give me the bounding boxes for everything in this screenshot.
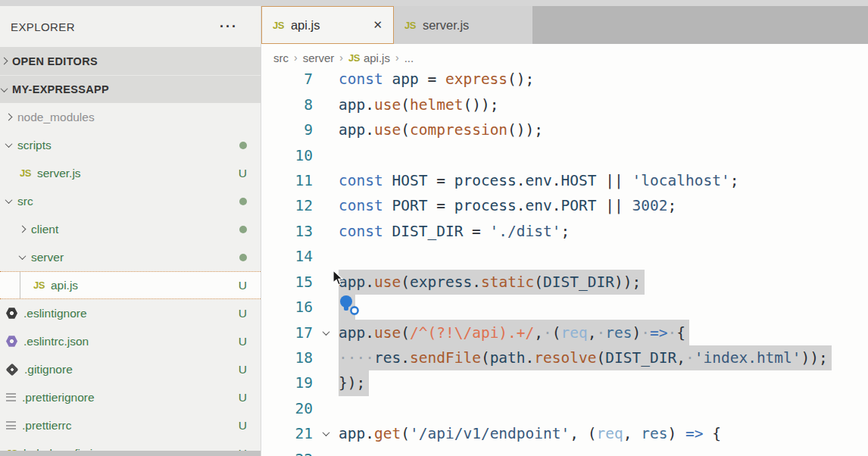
code-text[interactable]: ····res.sendFile(path.resolve(DIST_DIR,·…: [339, 345, 832, 370]
token: env: [526, 197, 552, 214]
line-number[interactable]: 15: [261, 270, 313, 295]
line-number[interactable]: 13: [261, 219, 313, 244]
line-number[interactable]: 18: [261, 345, 313, 370]
token: , (: [570, 425, 596, 442]
code-text[interactable]: const DIST_DIR = './dist';: [339, 219, 570, 244]
code-text[interactable]: app.get('/api/v1/endpoint', (req, res) =…: [339, 421, 721, 446]
code-editor[interactable]: 7const app = express();8app.use(helmet()…: [261, 71, 868, 456]
token: ();: [507, 71, 534, 88]
code-line-13: 13const DIST_DIR = './dist';: [261, 219, 868, 244]
tree-item-.gitignore[interactable]: .gitignoreU: [0, 355, 261, 383]
line-number[interactable]: 11: [261, 168, 313, 193]
token: sendFile: [410, 349, 481, 367]
file-tree: node_modulesscriptsJSserver.jsUsrcclient…: [0, 103, 261, 456]
token: .: [365, 96, 374, 114]
token: path: [490, 349, 526, 367]
code-text[interactable]: const app = express();: [339, 71, 534, 92]
tree-item-scripts[interactable]: scripts: [0, 131, 261, 159]
line-number[interactable]: 20: [261, 396, 313, 421]
sidebar-section-my-expressapp[interactable]: MY-EXPRESSAPP: [0, 75, 261, 103]
line-number[interactable]: 16: [261, 295, 313, 320]
tree-item-label: .gitignore: [24, 363, 73, 376]
tree-item-server[interactable]: server: [0, 243, 261, 271]
explorer-more-actions-icon[interactable]: ···: [220, 23, 238, 30]
sidebar-bottom-scrollbar[interactable]: [0, 451, 261, 456]
tree-item-.eslintignore[interactable]: .eslintignoreU: [0, 299, 261, 327]
fold-chevron[interactable]: [313, 421, 339, 446]
tree-item-client[interactable]: client: [0, 215, 261, 243]
breadcrumb-item-api.js[interactable]: JSapi.js: [348, 52, 390, 64]
code-text[interactable]: const PORT = process.env.PORT || 3002;: [339, 193, 676, 218]
prettier-icon: [6, 421, 16, 429]
line-number[interactable]: 12: [261, 193, 313, 218]
tree-item-.eslintrc.json[interactable]: .eslintrc.jsonU: [0, 327, 261, 355]
token: const: [339, 71, 383, 88]
untracked-badge: U: [239, 391, 247, 404]
tree-item-api.js[interactable]: JSapi.jsU: [0, 271, 261, 299]
tab-server.js[interactable]: JSserver.js: [394, 6, 532, 44]
breadcrumb-item-src[interactable]: src: [273, 52, 289, 64]
sidebar-section-open-editors[interactable]: OPEN EDITORS: [0, 47, 261, 75]
prettier-icon: [6, 393, 16, 401]
token: compression: [410, 121, 507, 139]
token: [383, 197, 392, 214]
section-label: OPEN EDITORS: [12, 55, 98, 67]
token: ····: [339, 349, 374, 367]
tab-api.js[interactable]: JSapi.js✕: [261, 6, 394, 44]
tree-item-.prettierignore[interactable]: .prettierignoreU: [0, 383, 261, 411]
line-number[interactable]: 8: [261, 92, 313, 117]
code-text[interactable]: const HOST = process.env.HOST || 'localh…: [339, 168, 738, 193]
token: (: [401, 425, 410, 442]
line-number[interactable]: 22: [261, 447, 313, 456]
tab-close-icon[interactable]: ✕: [373, 18, 382, 32]
vscode-window: EXPLORER ··· OPEN EDITORSMY-EXPRESSAPP n…: [0, 0, 868, 456]
token: ;: [561, 223, 570, 240]
token: ·: [668, 324, 677, 342]
token: ·: [685, 349, 695, 367]
untracked-badge: U: [239, 307, 247, 320]
token: ): [632, 324, 642, 342]
line-number[interactable]: 14: [261, 244, 313, 269]
token: .: [365, 425, 374, 442]
code-text[interactable]: app.use(helmet());: [339, 92, 498, 117]
breadcrumb-item-...[interactable]: ...: [404, 52, 414, 64]
tree-item-server.js[interactable]: JSserver.jsU: [0, 159, 261, 187]
code-text[interactable]: app.use(express.static(DIST_DIR));: [339, 270, 645, 295]
explorer-header: EXPLORER ···: [0, 6, 261, 47]
code-text[interactable]: app.use(/^(?!\/api).+/,·(req,·res)·=>·{: [339, 320, 689, 345]
tree-item-node-modules[interactable]: node_modules: [0, 103, 261, 131]
tree-item-label: .prettierignore: [22, 391, 95, 404]
line-number[interactable]: 21: [261, 421, 313, 446]
fold-gutter: [313, 142, 339, 167]
breadcrumb: src›server›JSapi.js›...: [261, 44, 868, 71]
line-number[interactable]: 7: [261, 71, 313, 92]
code-text[interactable]: });: [339, 370, 369, 395]
token: (: [597, 349, 606, 367]
line-number[interactable]: 17: [261, 320, 313, 345]
token: ;: [667, 197, 676, 214]
token: ;: [730, 172, 739, 189]
mouse-cursor-icon: [331, 270, 345, 286]
line-number[interactable]: 19: [261, 370, 313, 395]
breadcrumb-item-server[interactable]: server: [303, 52, 335, 64]
fold-chevron[interactable]: [313, 320, 339, 345]
chevron-right-icon: [19, 226, 27, 233]
breadcrumb-label: server: [303, 52, 335, 64]
tree-item-.prettierrc[interactable]: .prettierrcU: [0, 411, 261, 439]
code-text[interactable]: app.use(compression());: [339, 117, 543, 142]
line-number[interactable]: 9: [261, 117, 313, 142]
chevron-down-icon: [322, 429, 329, 436]
dot-icon: [239, 142, 247, 149]
code-line-18: 18····res.sendFile(path.resolve(DIST_DIR…: [261, 345, 868, 370]
chevron-down-icon: [5, 140, 13, 148]
code-line-19: 19});: [261, 370, 868, 395]
chevron-down-icon: [5, 196, 13, 204]
javascript-file-icon: JS: [20, 167, 31, 179]
tab-label: server.js: [423, 18, 469, 33]
tree-item-label: api.js: [51, 279, 78, 292]
tree-item-src[interactable]: src: [0, 187, 261, 215]
line-number[interactable]: 10: [261, 142, 313, 167]
tree-item-label: server: [31, 251, 64, 264]
token: use: [374, 96, 401, 114]
dot-icon: [239, 254, 247, 261]
